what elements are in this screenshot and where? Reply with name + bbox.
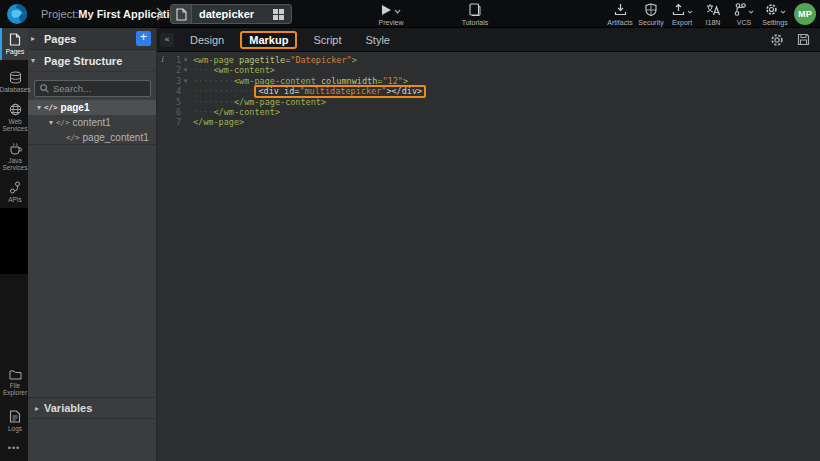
export-button[interactable]: Export bbox=[667, 2, 697, 26]
caret-down-icon[interactable]: ▾ bbox=[34, 103, 44, 112]
fold-toggle-icon[interactable]: ▾ bbox=[181, 65, 190, 75]
gutter-info-icon: i bbox=[157, 55, 167, 65]
gutter-info-icon bbox=[157, 107, 167, 117]
user-avatar[interactable]: MP bbox=[794, 3, 816, 25]
tree-item-label: page1 bbox=[61, 102, 90, 113]
collapse-panel-icon[interactable]: « bbox=[160, 33, 174, 47]
caret-down-icon[interactable]: ▾ bbox=[46, 118, 56, 127]
rail-item-pages[interactable]: Pages bbox=[0, 28, 28, 60]
i18n-label: I18N bbox=[706, 19, 721, 26]
pages-section-title: Pages bbox=[44, 33, 76, 45]
line-number: 4 bbox=[167, 86, 181, 96]
project-label: Project: bbox=[41, 8, 78, 20]
fold-toggle-icon bbox=[181, 97, 190, 107]
artifacts-button[interactable]: Artifacts bbox=[605, 2, 635, 26]
line-number: 6 bbox=[167, 107, 181, 117]
fold-toggle-icon[interactable]: ▾ bbox=[181, 76, 190, 86]
gutter-info-icon bbox=[157, 117, 167, 127]
line-number: 1 bbox=[167, 55, 181, 65]
code-line[interactable]: i1▾<wm-page pagetitle="Datepicker"> bbox=[157, 55, 820, 65]
grid-icon[interactable] bbox=[273, 9, 284, 20]
pages-icon bbox=[9, 33, 21, 46]
project-name: My First Application bbox=[78, 8, 183, 20]
line-number: 7 bbox=[167, 117, 181, 127]
security-button[interactable]: Security bbox=[636, 2, 666, 26]
settings-label: Settings bbox=[762, 19, 787, 26]
code-line[interactable]: 5········</wm-page-content> bbox=[157, 97, 820, 107]
code-line[interactable]: 4············<div id="multidatepicker"><… bbox=[157, 86, 820, 96]
widget-icon: </> bbox=[66, 133, 80, 142]
tab-markup[interactable]: Markup bbox=[240, 31, 297, 49]
markup-code-editor[interactable]: i1▾<wm-page pagetitle="Datepicker">2▾···… bbox=[157, 52, 820, 461]
caret-down-icon[interactable]: ▾ bbox=[28, 56, 38, 65]
tree-item-content1[interactable]: ▾ </> content1 bbox=[28, 115, 156, 130]
page-structure-header[interactable]: ▾ Page Structure bbox=[28, 50, 156, 72]
open-page-tab-label: datepicker bbox=[192, 8, 273, 20]
artifacts-icon bbox=[614, 2, 627, 17]
artifacts-label: Artifacts bbox=[607, 19, 632, 26]
code-line[interactable]: 2▾····<wm-content> bbox=[157, 65, 820, 75]
fold-toggle-icon bbox=[181, 117, 190, 127]
pages-section-header[interactable]: ▸ Pages + bbox=[28, 28, 156, 50]
export-icon bbox=[672, 3, 685, 16]
open-page-tab[interactable]: datepicker bbox=[170, 4, 292, 24]
rail-item-logs[interactable]: Logs bbox=[0, 405, 28, 437]
fold-toggle-icon[interactable]: ▾ bbox=[181, 55, 190, 65]
tutorials-label: Tutorials bbox=[462, 19, 489, 26]
more-options-icon[interactable]: ••• bbox=[0, 437, 28, 461]
variables-section-header[interactable]: ▸ Variables bbox=[28, 397, 156, 419]
top-bar: Project:My First Application datepicker … bbox=[0, 0, 820, 28]
add-page-button[interactable]: + bbox=[136, 31, 151, 46]
rail-label: Databases bbox=[0, 86, 31, 93]
play-icon bbox=[381, 4, 392, 16]
code-text: ············<div id="multidatepicker"></… bbox=[193, 86, 426, 96]
widget-icon: </> bbox=[56, 118, 70, 127]
tab-design[interactable]: Design bbox=[182, 31, 232, 49]
editor-region: « Design Markup Script Style i1▾<wm-page… bbox=[157, 28, 820, 461]
tab-style[interactable]: Style bbox=[358, 31, 398, 49]
rail-item-apis[interactable]: APIs bbox=[0, 176, 28, 208]
export-label: Export bbox=[672, 19, 692, 26]
rail-item-file-explorer[interactable]: File Explorer bbox=[0, 364, 28, 401]
tree-item-page1[interactable]: ▾ </> page1 bbox=[28, 100, 156, 115]
chevron-down-icon[interactable] bbox=[780, 10, 786, 14]
search-input[interactable] bbox=[53, 83, 143, 94]
editor-settings-gear-icon[interactable] bbox=[770, 33, 784, 47]
chevron-down-icon[interactable] bbox=[687, 10, 693, 14]
rail-item-databases[interactable]: Databases bbox=[0, 66, 28, 98]
rail-divider bbox=[0, 208, 28, 274]
chevron-down-icon[interactable] bbox=[748, 10, 754, 14]
i18n-button[interactable]: I18N bbox=[698, 2, 728, 26]
rail-item-java-services[interactable]: Java Services bbox=[0, 137, 28, 176]
database-icon bbox=[9, 71, 22, 84]
tutorials-button[interactable]: Tutorials bbox=[452, 2, 498, 26]
gutter-info-icon bbox=[157, 97, 167, 107]
rail-label: Java Services bbox=[2, 157, 28, 171]
code-line[interactable]: 7</wm-page> bbox=[157, 117, 820, 127]
caret-right-icon[interactable]: ▸ bbox=[32, 404, 42, 413]
structure-search[interactable] bbox=[34, 80, 151, 97]
selected-element-highlight[interactable]: <div id="multidatepicker"></div> bbox=[254, 85, 426, 98]
save-icon[interactable] bbox=[797, 33, 810, 46]
vcs-button[interactable]: VCS bbox=[729, 2, 759, 26]
security-label: Security bbox=[638, 19, 663, 26]
api-icon bbox=[9, 181, 21, 194]
rail-item-web-services[interactable]: Web Services bbox=[0, 98, 28, 137]
rail-label: APIs bbox=[8, 196, 22, 203]
gutter-info-icon bbox=[157, 86, 167, 96]
chevron-down-icon[interactable] bbox=[394, 9, 401, 14]
settings-button[interactable]: Settings bbox=[760, 2, 790, 26]
tree-item-label: content1 bbox=[73, 117, 111, 128]
code-text: ········</wm-page-content> bbox=[193, 97, 326, 107]
rail-label: Pages bbox=[6, 48, 24, 55]
tab-script[interactable]: Script bbox=[305, 31, 349, 49]
caret-right-icon[interactable]: ▸ bbox=[28, 34, 38, 43]
page-structure-title: Page Structure bbox=[44, 55, 122, 67]
preview-button[interactable]: Preview bbox=[368, 2, 414, 26]
logs-icon bbox=[9, 410, 21, 423]
left-rail: Pages Databases Web Services Java Servic… bbox=[0, 28, 28, 461]
code-line[interactable]: 6····</wm-content> bbox=[157, 107, 820, 117]
tutorials-icon bbox=[469, 2, 481, 17]
tree-item-page-content1[interactable]: </> page_content1 bbox=[28, 130, 156, 145]
wavemaker-logo-icon[interactable] bbox=[6, 3, 28, 25]
